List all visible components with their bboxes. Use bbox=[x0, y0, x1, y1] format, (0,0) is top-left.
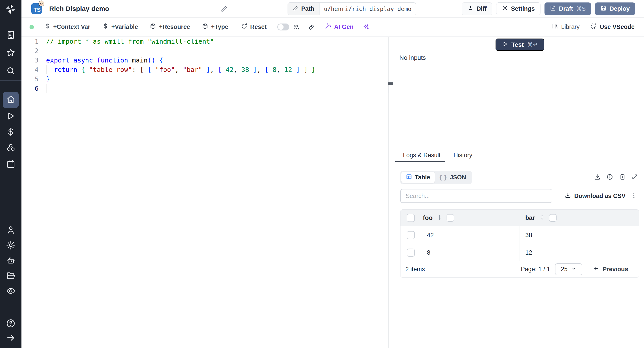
sidebar-item-resources[interactable] bbox=[3, 140, 19, 156]
sparkles-icon[interactable] bbox=[362, 24, 369, 31]
sidebar-item-expand[interactable] bbox=[3, 330, 19, 346]
code-line[interactable]: 5} bbox=[22, 74, 395, 84]
line-number: 1 bbox=[22, 38, 46, 45]
add-variable-button[interactable]: +Variable bbox=[102, 23, 138, 31]
sidebar-item-home[interactable] bbox=[3, 92, 19, 108]
code-line[interactable]: 3export async function main() { bbox=[22, 56, 395, 65]
cell-bar: 38 bbox=[520, 226, 639, 244]
toggle-knob bbox=[278, 24, 284, 30]
column-foo-checkbox[interactable] bbox=[446, 214, 454, 222]
sidebar-item-settings[interactable] bbox=[3, 238, 19, 254]
clipboard-copy-icon[interactable] bbox=[619, 173, 626, 181]
path-value: u/henri/rich_display_demo bbox=[320, 3, 416, 15]
add-type-button[interactable]: +Type bbox=[202, 23, 228, 31]
building-icon bbox=[6, 30, 16, 41]
code-line[interactable]: 6 bbox=[22, 84, 395, 93]
sidebar-item-workspace[interactable] bbox=[3, 27, 19, 44]
folder-icon bbox=[6, 271, 16, 281]
test-button[interactable]: Test ⌘↵ bbox=[496, 39, 544, 51]
sidebar-item-folders[interactable] bbox=[3, 268, 19, 284]
sidebar-item-search[interactable] bbox=[3, 63, 19, 79]
sidebar-item-users[interactable] bbox=[3, 222, 19, 239]
sidebar bbox=[0, 0, 22, 348]
windmill-logo-icon[interactable] bbox=[5, 3, 16, 15]
row-checkbox[interactable] bbox=[407, 231, 415, 239]
sidebar-item-schedules[interactable] bbox=[3, 156, 19, 173]
page-size-select[interactable]: 25 bbox=[555, 263, 582, 275]
sidebar-item-variables[interactable] bbox=[3, 124, 19, 140]
line-number: 4 bbox=[22, 66, 46, 73]
play-icon bbox=[502, 41, 508, 49]
diff-mode-toggle[interactable] bbox=[277, 24, 289, 31]
cell-foo: 42 bbox=[421, 226, 520, 244]
use-vscode-button[interactable]: Use VScode bbox=[590, 23, 634, 31]
code-text bbox=[46, 46, 388, 56]
download-icon bbox=[564, 192, 571, 200]
sidebar-item-audit-logs[interactable] bbox=[3, 283, 19, 299]
deploy-button[interactable]: Deploy bbox=[595, 3, 635, 15]
line-number: 3 bbox=[22, 57, 46, 64]
draft-button[interactable]: Draft ⌘S bbox=[544, 3, 591, 15]
search-input[interactable] bbox=[400, 189, 552, 203]
play-icon bbox=[6, 111, 16, 122]
indent-guide bbox=[46, 65, 46, 74]
dollar-icon bbox=[102, 23, 109, 31]
info-circle-icon[interactable] bbox=[606, 173, 613, 181]
line-number: 5 bbox=[22, 75, 46, 83]
column-header-foo: foo bbox=[423, 214, 433, 222]
page-title: Rich Display demo bbox=[49, 5, 109, 13]
edit-title-pencil-icon[interactable] bbox=[220, 5, 228, 13]
diff-button[interactable]: Diff bbox=[462, 3, 492, 15]
path-button[interactable]: Path u/henri/rich_display_demo bbox=[288, 3, 416, 15]
gear-icon bbox=[502, 5, 508, 13]
tab-history[interactable]: History bbox=[451, 149, 474, 162]
download-csv-button[interactable]: Download as CSV bbox=[564, 192, 626, 200]
robot-icon bbox=[6, 256, 16, 266]
sidebar-item-workers[interactable] bbox=[3, 253, 19, 269]
package-icon bbox=[202, 23, 208, 31]
path-label: Path bbox=[301, 5, 314, 12]
sidebar-item-help[interactable] bbox=[3, 316, 19, 332]
sort-vertical-icon[interactable] bbox=[539, 215, 545, 221]
code-editor[interactable]: 1// import * as wmill from "windmill-cli… bbox=[22, 37, 395, 348]
result-tabs: Logs & Result History bbox=[395, 149, 644, 162]
code-text: return { "table-row": [ [ "foo", "bar" ]… bbox=[46, 65, 388, 74]
kebab-menu-icon[interactable] bbox=[630, 192, 637, 200]
column-bar-checkbox[interactable] bbox=[549, 214, 556, 222]
reset-button[interactable]: Reset bbox=[241, 23, 267, 31]
settings-button[interactable]: Settings bbox=[496, 3, 540, 15]
download-icon[interactable] bbox=[594, 173, 600, 181]
star-icon bbox=[6, 48, 16, 58]
view-switcher: Table { } JSON bbox=[400, 171, 472, 184]
header-actions: Diff Settings Draft ⌘S Deploy bbox=[462, 3, 635, 15]
table-row[interactable]: 812 bbox=[400, 244, 639, 261]
expand-icon[interactable] bbox=[632, 173, 638, 181]
sidebar-item-runs[interactable] bbox=[3, 108, 19, 124]
arrow-left-icon bbox=[593, 265, 599, 273]
table-row[interactable]: 4238 bbox=[400, 226, 639, 244]
code-text: export async function main() { bbox=[46, 56, 388, 65]
previous-page-button[interactable]: Previous bbox=[587, 263, 634, 276]
add-resource-button[interactable]: +Resource bbox=[150, 23, 190, 31]
view-json-option[interactable]: { } JSON bbox=[435, 172, 471, 183]
ai-gen-button[interactable]: AI Gen bbox=[325, 23, 354, 31]
status-dot bbox=[30, 25, 34, 29]
code-line[interactable]: 2 bbox=[22, 46, 395, 56]
page-indicator: Page: 1 / 1 bbox=[521, 266, 550, 273]
row-checkbox[interactable] bbox=[407, 249, 415, 257]
code-line[interactable]: 1// import * as wmill from "windmill-cli… bbox=[22, 37, 395, 46]
sort-vertical-icon[interactable] bbox=[437, 215, 442, 221]
add-context-var-button[interactable]: +Context Var bbox=[44, 23, 90, 31]
users-icon[interactable] bbox=[293, 24, 300, 31]
sidebar-item-favorites[interactable] bbox=[3, 45, 19, 61]
editor-scrollbar-marker[interactable] bbox=[388, 82, 393, 85]
tab-logs-result[interactable]: Logs & Result bbox=[395, 149, 445, 162]
cell-bar: 12 bbox=[520, 244, 639, 261]
library-button[interactable]: Library bbox=[552, 23, 580, 31]
paintbrush-icon[interactable] bbox=[308, 24, 315, 31]
line-number: 2 bbox=[22, 47, 46, 55]
select-all-checkbox[interactable] bbox=[407, 214, 415, 222]
view-table-option[interactable]: Table bbox=[402, 172, 435, 183]
baby-emoji-badge bbox=[38, 0, 45, 7]
code-line[interactable]: 4 return { "table-row": [ [ "foo", "bar"… bbox=[22, 65, 395, 74]
